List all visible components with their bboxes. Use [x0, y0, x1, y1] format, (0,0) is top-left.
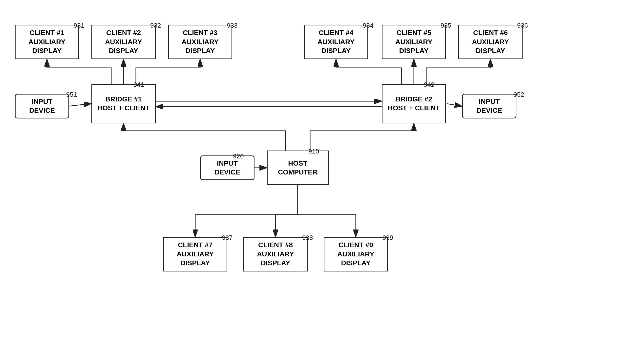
client5-box: CLIENT #5AUXILIARY DISPLAY: [382, 25, 446, 59]
input-device2-ref: 952: [513, 91, 524, 98]
client6-ref: 936: [517, 22, 528, 29]
client7-box: CLIENT #7AUXILIARY DISPLAY: [163, 237, 227, 272]
input-device3-box: INPUT DEVICE: [200, 156, 255, 180]
bridge1-label: BRIDGE #1HOST + CLIENT: [98, 95, 150, 113]
host-computer-ref: 910: [308, 148, 319, 155]
client9-box: CLIENT #9AUXILIARY DISPLAY: [324, 237, 388, 272]
client7-label: CLIENT #7AUXILIARY DISPLAY: [166, 240, 224, 268]
client6-label: CLIENT #6AUXILIARY DISPLAY: [462, 28, 519, 55]
diagram: CLIENT #1AUXILIARY DISPLAY 931 CLIENT #2…: [0, 0, 635, 364]
client9-ref: 939: [382, 234, 393, 242]
client8-label: CLIENT #8AUXILIARY DISPLAY: [247, 240, 304, 268]
client4-label: CLIENT #4AUXILIARY DISPLAY: [307, 28, 365, 55]
svg-line-3: [69, 104, 91, 106]
client3-box: CLIENT #3AUXILIARY DISPLAY: [168, 25, 232, 59]
svg-line-6: [447, 104, 461, 106]
client2-ref: 932: [150, 22, 161, 29]
input-device1-label: INPUT DEVICE: [18, 97, 66, 115]
client8-box: CLIENT #8AUXILIARY DISPLAY: [243, 237, 308, 272]
client1-box: CLIENT #1AUXILIARY DISPLAY: [15, 25, 79, 59]
input-device2-label: INPUT DEVICE: [465, 97, 513, 115]
client2-label: CLIENT #2AUXILIARY DISPLAY: [95, 28, 152, 55]
host-computer-box: HOSTCOMPUTER: [267, 150, 329, 185]
client5-label: CLIENT #5AUXILIARY DISPLAY: [385, 28, 443, 55]
input-device3-label: INPUT DEVICE: [203, 159, 251, 177]
client7-ref: 937: [222, 234, 233, 242]
bridge1-box: BRIDGE #1HOST + CLIENT: [91, 84, 156, 124]
input-device2-box: INPUT DEVICE: [462, 94, 516, 118]
client6-box: CLIENT #6AUXILIARY DISPLAY: [458, 25, 523, 59]
bridge2-label: BRIDGE #2HOST + CLIENT: [388, 95, 440, 113]
client8-ref: 938: [302, 234, 313, 242]
bridge1-ref: 941: [133, 81, 144, 88]
client4-ref: 934: [363, 22, 373, 29]
bridge2-box: BRIDGE #2HOST + CLIENT: [382, 84, 446, 124]
client3-label: CLIENT #3AUXILIARY DISPLAY: [171, 28, 229, 55]
client4-box: CLIENT #4AUXILIARY DISPLAY: [304, 25, 368, 59]
client1-ref: 931: [74, 22, 84, 29]
input-device1-ref: 951: [66, 91, 77, 98]
client9-label: CLIENT #9AUXILIARY DISPLAY: [327, 240, 385, 268]
client3-ref: 933: [227, 22, 238, 29]
client5-ref: 935: [441, 22, 451, 29]
bridge2-ref: 942: [424, 81, 434, 88]
input-device3-ref: 920: [233, 152, 244, 160]
input-device1-box: INPUT DEVICE: [15, 94, 69, 118]
client1-label: CLIENT #1AUXILIARY DISPLAY: [18, 28, 76, 55]
client2-box: CLIENT #2AUXILIARY DISPLAY: [91, 25, 156, 59]
host-computer-label: HOSTCOMPUTER: [278, 159, 317, 177]
